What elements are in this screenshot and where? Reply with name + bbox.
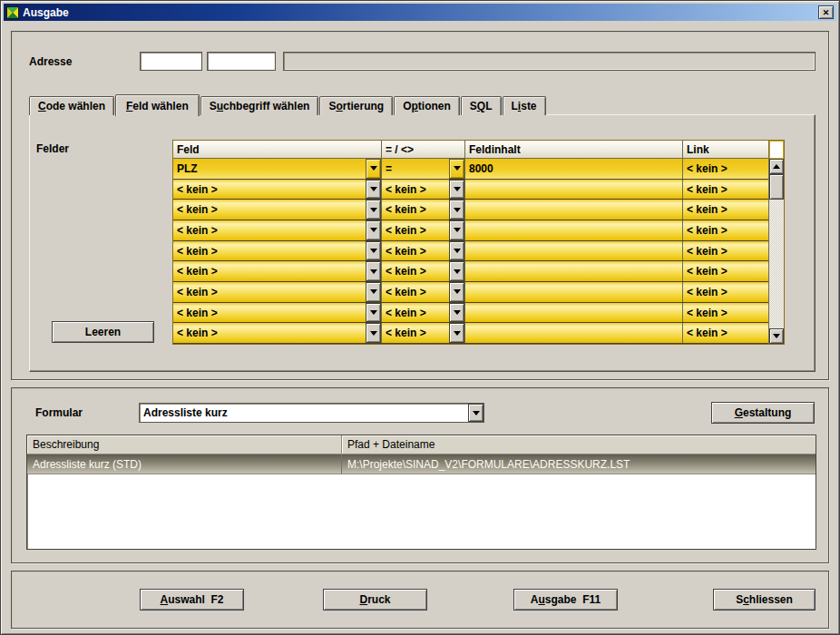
dropdown-button[interactable] [449,261,464,281]
feldinhalt-cell[interactable] [465,200,683,220]
schliessen-button[interactable]: Schliessen [713,589,816,611]
auswahl-f2-button[interactable]: Auswahl F2 [140,589,244,611]
feldinhalt-cell[interactable] [465,261,683,281]
feld-combobox[interactable]: < kein > [173,261,382,281]
feldinhalt-cell[interactable]: 8000 [465,159,683,179]
chevron-down-icon [370,331,377,336]
operator-combobox[interactable]: < kein > [382,200,465,220]
leeren-button[interactable]: Leeren [52,321,154,343]
link-cell[interactable]: < kein > [683,200,768,220]
feld-combobox[interactable]: < kein > [173,323,382,343]
chevron-down-icon [454,269,461,274]
table-row[interactable]: < kein > < kein > < kein > [173,323,768,344]
feld-combobox[interactable]: < kein > [173,282,382,302]
files-table-header: Beschreibung Pfad + Dateiname [27,435,816,454]
feldinhalt-cell[interactable] [465,303,683,323]
feld-combobox[interactable]: < kein > [173,200,382,220]
dropdown-button[interactable] [449,220,464,240]
dropdown-button[interactable] [366,241,381,261]
ausgabe-f11-button[interactable]: Ausgabe F11 [513,589,618,611]
feldinhalt-cell[interactable] [465,323,683,343]
dropdown-button[interactable] [449,159,464,179]
scroll-up-button[interactable] [769,159,784,174]
close-icon: ✕ [823,8,830,17]
chevron-down-icon [454,331,461,336]
link-cell[interactable]: < kein > [683,241,768,261]
close-button[interactable]: ✕ [818,5,834,19]
dropdown-button[interactable] [366,220,381,240]
dropdown-button[interactable] [449,323,464,343]
link-cell[interactable]: < kein > [683,323,768,343]
feldinhalt-cell[interactable] [465,220,683,240]
beschreibung-cell[interactable]: Adressliste kurz (STD) [27,454,342,474]
operator-combobox[interactable]: = [382,159,465,179]
tab-feld-waehlen[interactable]: Feld wählen [115,94,200,116]
action-panel: Auswahl F2 Druck Ausgabe F11 Schliessen [11,571,829,629]
titlebar[interactable]: Ausgabe ✕ [4,4,836,21]
gestaltung-button[interactable]: Gestaltung [711,402,815,424]
table-row[interactable]: < kein > < kein > < kein > [173,241,768,262]
adresse-input-1[interactable] [140,52,202,71]
table-row[interactable]: < kein > < kein > < kein > [173,261,768,282]
dropdown-button[interactable] [468,404,483,422]
operator-combobox[interactable]: < kein > [382,241,465,261]
operator-combobox[interactable]: < kein > [382,220,465,240]
link-cell[interactable]: < kein > [683,303,768,323]
tab-code-waehlen[interactable]: Code wählen [29,96,114,115]
tab-suchbegriff-waehlen[interactable]: Suchbegriff wählen [200,96,319,115]
link-cell[interactable]: < kein > [683,180,768,200]
tab-liste[interactable]: Liste [503,96,546,115]
link-cell[interactable]: < kein > [683,261,768,281]
page-title: Ausgabe [23,6,69,19]
dropdown-button[interactable] [366,200,381,220]
dropdown-button[interactable] [366,282,381,302]
scrollbar-track[interactable] [769,200,784,328]
table-row[interactable]: < kein > < kein > < kein > [173,200,768,220]
dropdown-button[interactable] [366,261,381,281]
druck-button[interactable]: Druck [323,589,427,611]
table-row[interactable]: < kein > < kein > < kein > [173,220,768,241]
dropdown-button[interactable] [449,241,464,261]
operator-combobox[interactable]: < kein > [382,323,465,343]
scrollbar-thumb[interactable] [769,174,784,200]
tab-sql[interactable]: SQL [461,96,502,115]
feldinhalt-cell[interactable] [465,180,683,200]
table-row[interactable]: < kein > < kein > < kein > [173,303,768,324]
dropdown-button[interactable] [449,303,464,323]
table-row[interactable]: < kein > < kein > < kein > [173,180,768,200]
vertical-scrollbar[interactable] [768,141,784,344]
feldinhalt-cell[interactable] [465,282,683,302]
link-cell[interactable]: < kein > [683,220,768,240]
dropdown-button[interactable] [366,180,381,200]
files-table: Beschreibung Pfad + Dateiname Adresslist… [26,435,816,550]
link-cell[interactable]: < kein > [683,159,768,179]
link-cell[interactable]: < kein > [683,282,768,302]
table-row[interactable]: PLZ = 8000 < kein > [173,159,768,180]
dialog-window: Ausgabe ✕ Adresse Code wählen Feld wähle… [0,0,840,635]
table-row[interactable]: < kein > < kein > < kein > [173,282,768,303]
formular-combobox[interactable]: Adressliste kurz [139,403,484,423]
operator-combobox[interactable]: < kein > [382,282,465,302]
feld-combobox[interactable]: < kein > [173,180,382,200]
chevron-down-icon [473,411,480,415]
tab-optionen[interactable]: Optionen [394,96,460,115]
operator-combobox[interactable]: < kein > [382,261,465,281]
pfad-dateiname-cell[interactable]: M:\Projekte\SINAD_V2\FORMULARE\ADRESSKUR… [342,454,816,474]
dropdown-button[interactable] [449,180,464,200]
operator-combobox[interactable]: < kein > [382,303,465,323]
table-row[interactable]: Adressliste kurz (STD) M:\Projekte\SINAD… [27,454,816,474]
operator-combobox[interactable]: < kein > [382,180,465,200]
dropdown-button[interactable] [366,303,381,323]
adresse-input-2[interactable] [207,52,276,71]
feld-combobox[interactable]: PLZ [173,159,382,179]
feld-combobox[interactable]: < kein > [173,241,382,261]
tab-sortierung[interactable]: Sortierung [319,96,393,115]
feld-combobox[interactable]: < kein > [173,303,382,323]
dropdown-button[interactable] [366,159,381,179]
dropdown-button[interactable] [366,323,381,343]
dropdown-button[interactable] [449,282,464,302]
scroll-down-button[interactable] [769,328,784,344]
feldinhalt-cell[interactable] [465,241,683,261]
dropdown-button[interactable] [449,200,464,220]
feld-combobox[interactable]: < kein > [173,220,382,240]
